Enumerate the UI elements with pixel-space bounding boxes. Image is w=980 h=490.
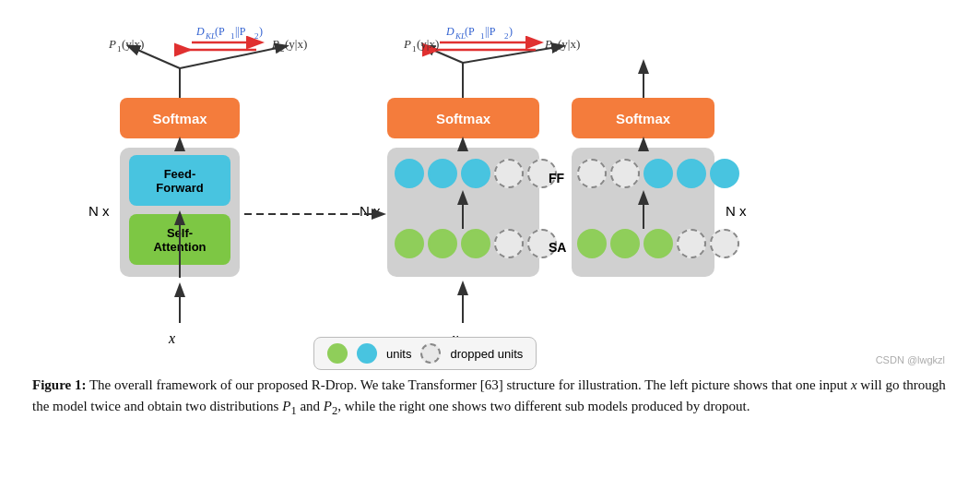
right-ff-circles	[577, 159, 739, 188]
svg-text:1: 1	[230, 31, 235, 41]
left-n-label: N x	[89, 203, 110, 219]
right-circle-cyan-1	[643, 159, 673, 188]
left-sa-box: Self-Attention	[129, 214, 230, 265]
svg-text:KL: KL	[205, 31, 216, 41]
svg-line-14	[463, 46, 562, 63]
svg-text:2: 2	[504, 31, 509, 41]
svg-text:||P: ||P	[485, 25, 496, 38]
svg-text:||P: ||P	[235, 25, 246, 38]
middle-sa-circles	[395, 229, 557, 258]
left-x-label: x	[169, 330, 175, 347]
circle-cyan-3	[461, 159, 490, 188]
right-circle-dropped-1	[577, 159, 607, 188]
legend-units-label: units	[386, 347, 411, 361]
circle-green-2	[428, 229, 457, 258]
main-container: Feed-Forward Self-Attention Softmax N x …	[0, 0, 980, 490]
ff-label-right: FF	[549, 171, 564, 185]
middle-grey-container	[387, 148, 539, 277]
right-circle-dropped-3	[677, 229, 706, 258]
circle-green-1	[395, 229, 424, 258]
right-circle-dropped-2	[610, 159, 640, 188]
watermark: CSDN @lwgkzl	[876, 354, 945, 365]
right-grey-container	[572, 148, 714, 277]
circle-green-3	[461, 229, 490, 258]
svg-text:(y|x): (y|x)	[558, 37, 580, 51]
right-n-label: N x	[726, 203, 747, 219]
circle-cyan-2	[428, 159, 457, 188]
middle-n-label: N x	[360, 203, 381, 219]
svg-text:P: P	[108, 37, 116, 51]
left-grey-container: Feed-Forward Self-Attention	[120, 148, 240, 277]
right-circle-dropped-4	[710, 229, 739, 258]
svg-text:(y|x): (y|x)	[417, 37, 439, 51]
figure-caption: Figure 1: The overall framework of our p…	[28, 375, 952, 419]
figure-number: Figure 1:	[32, 377, 86, 392]
legend-cyan-circle	[357, 343, 377, 364]
left-ff-box: Feed-Forward	[129, 155, 230, 206]
svg-line-4	[129, 46, 180, 68]
legend-dropped-circle	[420, 343, 441, 364]
right-sa-circles	[577, 229, 739, 258]
svg-text:): )	[509, 25, 513, 38]
right-circle-cyan-2	[677, 159, 706, 188]
svg-text:(y|x): (y|x)	[122, 37, 144, 51]
right-circle-cyan-3	[710, 159, 739, 188]
svg-text:2: 2	[553, 44, 558, 54]
caption-text: The overall framework of our proposed R-…	[32, 377, 946, 413]
svg-text:): )	[259, 25, 263, 38]
svg-text:1: 1	[117, 44, 122, 54]
svg-line-13	[424, 46, 463, 63]
right-circle-green-2	[610, 229, 640, 258]
diagram-area: Feed-Forward Self-Attention Softmax N x …	[28, 9, 952, 369]
svg-text:2: 2	[254, 31, 259, 41]
svg-text:1: 1	[412, 44, 417, 54]
legend-green-circle	[327, 343, 348, 364]
svg-text:P: P	[403, 37, 411, 51]
svg-text:P: P	[271, 37, 279, 51]
right-softmax1-box: Softmax	[572, 98, 714, 138]
svg-text:D: D	[445, 25, 455, 38]
legend-dropped-label: dropped units	[450, 347, 523, 361]
circle-dropped-3	[494, 229, 524, 258]
middle-softmax-box: Softmax	[387, 98, 539, 138]
svg-text:(P: (P	[465, 25, 475, 38]
middle-ff-circles	[395, 159, 557, 188]
svg-line-5	[180, 46, 286, 68]
svg-text:2: 2	[280, 44, 285, 54]
left-softmax-box: Softmax	[120, 98, 240, 138]
circle-cyan-1	[395, 159, 424, 188]
svg-text:(y|x): (y|x)	[285, 37, 307, 51]
svg-text:D: D	[195, 25, 205, 38]
svg-text:KL: KL	[455, 31, 466, 41]
svg-text:(P: (P	[215, 25, 225, 38]
sa-label-right: SA	[549, 240, 566, 255]
svg-text:P: P	[544, 37, 552, 51]
legend-box: units dropped units	[313, 337, 537, 370]
circle-dropped-1	[494, 159, 524, 188]
svg-text:1: 1	[480, 31, 485, 41]
right-circle-green-3	[643, 229, 673, 258]
right-circle-green-1	[577, 229, 607, 258]
